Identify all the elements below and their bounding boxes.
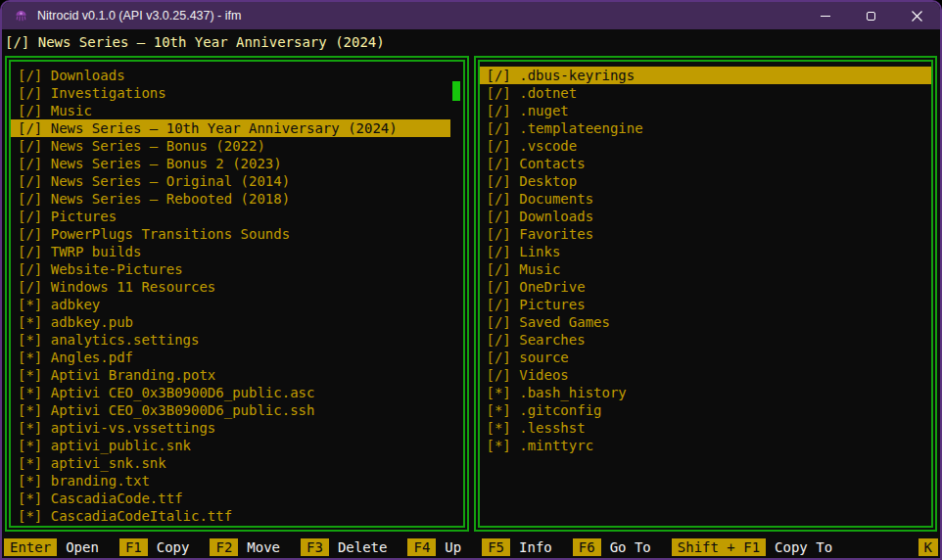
entry-type-marker: [/] bbox=[18, 173, 42, 189]
entry-type-marker: [/] bbox=[487, 279, 511, 295]
entry-type-marker: [/] bbox=[487, 120, 511, 136]
entry-name: aptivi-vs.vssettings bbox=[51, 420, 216, 436]
keybinding-label: Delete bbox=[338, 539, 388, 555]
close-button[interactable] bbox=[894, 2, 940, 29]
file-row[interactable]: [/]News Series – Original (2014) bbox=[11, 172, 450, 190]
file-row[interactable]: [/]Windows 11 Resources bbox=[11, 278, 450, 296]
minimize-icon bbox=[821, 16, 830, 17]
file-row[interactable]: [*]aptivi-vs.vssettings bbox=[11, 419, 450, 437]
file-row-selected[interactable]: [/].dbus-keyrings bbox=[480, 67, 932, 84]
file-row[interactable]: [*].lesshst bbox=[480, 419, 932, 437]
file-row[interactable]: [/]Music bbox=[11, 102, 450, 119]
entry-name: Downloads bbox=[519, 209, 593, 224]
entry-name: News Series – Bonus (2022) bbox=[51, 138, 265, 154]
entry-type-marker: [/] bbox=[487, 103, 511, 118]
file-row[interactable]: [/]Links bbox=[480, 243, 932, 260]
keybinding-k[interactable]: K bbox=[918, 538, 938, 556]
file-row[interactable]: [/]Favorites bbox=[480, 225, 932, 243]
file-row[interactable]: [/]Pictures bbox=[480, 296, 932, 313]
file-row[interactable]: [*]branding.txt bbox=[11, 472, 450, 490]
entry-name: source bbox=[519, 350, 569, 365]
file-row[interactable]: [/]Contacts bbox=[480, 155, 932, 172]
file-row[interactable]: [/]Website-Pictures bbox=[11, 260, 450, 278]
entry-name: Documents bbox=[519, 191, 593, 207]
file-row[interactable]: [*]analytics.settings bbox=[11, 331, 450, 349]
file-row[interactable]: [*].bash_history bbox=[480, 384, 932, 401]
file-row[interactable]: [/]Downloads bbox=[11, 67, 450, 84]
file-row-selected[interactable]: [/]News Series – 10th Year Anniversary (… bbox=[11, 119, 450, 137]
file-row[interactable]: [/]source bbox=[480, 349, 932, 366]
file-row[interactable]: [/].templateengine bbox=[480, 119, 932, 137]
file-row[interactable]: [*]Aptivi Branding.potx bbox=[11, 366, 450, 384]
file-row[interactable]: [/]Desktop bbox=[480, 172, 932, 190]
file-row[interactable]: [*].minttyrc bbox=[480, 437, 932, 454]
entry-type-marker: [*] bbox=[18, 490, 42, 506]
file-row[interactable]: [/]Music bbox=[480, 260, 932, 278]
keybinding-key[interactable]: Enter bbox=[4, 538, 57, 556]
left-scrollbar-thumb[interactable] bbox=[452, 81, 460, 101]
entry-name: .vscode bbox=[519, 138, 577, 154]
entry-name: .bash_history bbox=[519, 385, 627, 400]
file-row[interactable]: [*]CascadiaCode.ttf bbox=[11, 490, 450, 507]
file-row[interactable]: [*]Angles.pdf bbox=[11, 349, 450, 366]
entry-name: .lesshst bbox=[519, 420, 585, 436]
file-row[interactable]: [/]Pictures bbox=[11, 208, 450, 225]
file-row[interactable]: [/]News Series – Rebooted (2018) bbox=[11, 190, 450, 208]
entry-name: Desktop bbox=[519, 173, 577, 189]
entry-type-marker: [/] bbox=[18, 156, 42, 171]
minimize-button[interactable] bbox=[802, 2, 848, 29]
file-row[interactable]: [*].gitconfig bbox=[480, 401, 932, 419]
entry-name: adbkey bbox=[51, 297, 101, 312]
keybinding-key[interactable]: Shift + F1 bbox=[672, 538, 766, 556]
file-row[interactable]: [*]aptivi_snk.snk bbox=[11, 454, 450, 472]
file-row[interactable]: [/].vscode bbox=[480, 137, 932, 155]
entry-name: aptivi_snk.snk bbox=[51, 455, 166, 471]
file-row[interactable]: [*]aptivi_public.snk bbox=[11, 437, 450, 454]
file-row[interactable]: [/]News Series – Bonus (2022) bbox=[11, 137, 450, 155]
keybinding-label: Info bbox=[519, 539, 552, 555]
entry-name: .templateengine bbox=[519, 120, 642, 136]
entry-type-marker: [*] bbox=[487, 438, 511, 453]
file-row[interactable]: [/]Videos bbox=[480, 366, 932, 384]
entry-type-marker: [/] bbox=[487, 350, 511, 365]
file-row[interactable]: [/]OneDrive bbox=[480, 278, 932, 296]
file-row[interactable]: [/]News Series – Bonus 2 (2023) bbox=[11, 155, 450, 172]
file-row[interactable]: [*]adbkey.pub bbox=[11, 313, 450, 331]
keybinding-key[interactable]: F5 bbox=[482, 538, 510, 556]
keybinding-key[interactable]: F6 bbox=[573, 538, 601, 556]
file-row[interactable]: [*]Aptivi CEO_0x3B0900D6_public.asc bbox=[11, 384, 450, 401]
entry-type-marker: [*] bbox=[18, 367, 42, 383]
entry-name: Website-Pictures bbox=[51, 261, 183, 277]
entry-type-marker: [/] bbox=[18, 209, 42, 224]
entry-type-marker: [*] bbox=[18, 508, 42, 524]
file-row[interactable]: [/]Documents bbox=[480, 190, 932, 208]
entry-type-marker: [/] bbox=[487, 226, 511, 242]
keybinding-key[interactable]: F1 bbox=[119, 538, 148, 556]
entry-name: Contacts bbox=[519, 156, 585, 171]
app-icon bbox=[14, 9, 28, 23]
file-row[interactable]: [/]TWRP builds bbox=[11, 243, 450, 260]
file-row[interactable]: [/]Saved Games bbox=[480, 313, 932, 331]
file-row[interactable]: [/]PowerPlugs Transitions Sounds bbox=[11, 225, 450, 243]
file-row[interactable]: [*]adbkey bbox=[11, 296, 450, 313]
entry-name: Videos bbox=[519, 367, 569, 383]
file-row[interactable]: [*]Aptivi CEO_0x3B0900D6_public.ssh bbox=[11, 401, 450, 419]
keybinding-key[interactable]: F2 bbox=[210, 538, 238, 556]
entry-type-marker: [/] bbox=[487, 138, 511, 154]
file-row[interactable]: [/]Searches bbox=[480, 331, 932, 349]
file-row[interactable]: [/]Downloads bbox=[480, 208, 932, 225]
file-row[interactable]: [/].dotnet bbox=[480, 84, 932, 102]
file-row[interactable]: [*]CascadiaCodeItalic.ttf bbox=[11, 507, 450, 525]
left-file-panel: [/]Downloads[/]Investigations[/]Music[/]… bbox=[5, 56, 469, 532]
file-row[interactable]: [/].nuget bbox=[480, 102, 932, 119]
maximize-button[interactable] bbox=[848, 2, 894, 29]
keybinding-key[interactable]: F3 bbox=[301, 538, 329, 556]
file-row[interactable]: [/]Investigations bbox=[11, 84, 450, 102]
titlebar[interactable]: Nitrocid v0.1.0 (API v3.0.25.437) - ifm bbox=[2, 2, 940, 29]
entry-name: Links bbox=[519, 244, 560, 259]
entry-type-marker: [*] bbox=[18, 332, 42, 348]
entry-type-marker: [/] bbox=[487, 314, 511, 330]
keybinding-key[interactable]: F4 bbox=[407, 538, 436, 556]
keybinding-label: Open bbox=[66, 539, 99, 555]
entry-type-marker: [*] bbox=[18, 350, 42, 365]
